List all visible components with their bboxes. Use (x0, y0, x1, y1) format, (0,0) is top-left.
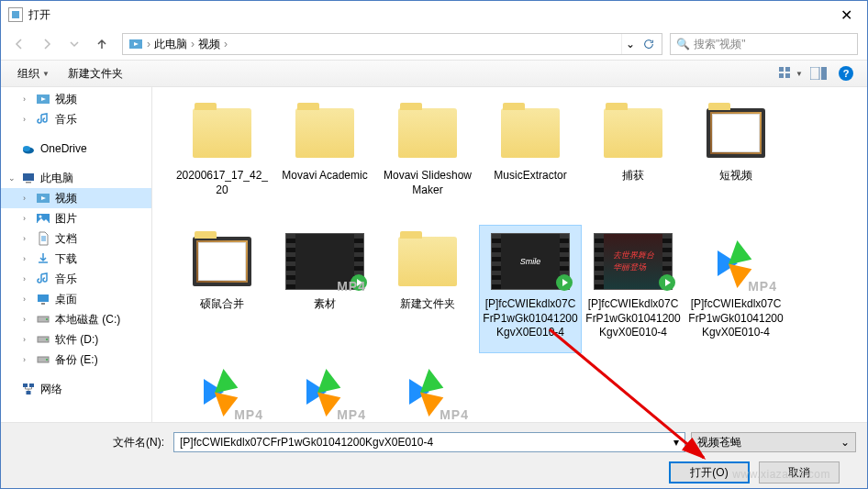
new-folder-button[interactable]: 新建文件夹 (61, 63, 130, 84)
watermark: www.xiazaiba.com (732, 468, 830, 481)
play-badge-icon (659, 274, 675, 291)
file-item[interactable]: MusicExtractor (479, 96, 582, 225)
music-icon (36, 272, 50, 286)
file-item[interactable]: 20200617_17_42_20 (171, 96, 273, 225)
expand-icon[interactable]: › (23, 115, 26, 124)
video-icon (36, 92, 50, 106)
file-item[interactable]: MP4[P]fcCWIEkdlx07CFrP1wGk01041200KgvX0E… (273, 353, 376, 422)
sidebar-item-11[interactable]: ›软件 (D:) (1, 329, 151, 350)
file-item[interactable]: MP4素材 (273, 225, 376, 353)
onedrive-icon (21, 141, 36, 156)
app-icon (8, 7, 23, 22)
filename-input[interactable] (173, 432, 685, 452)
help-button[interactable]: ? (834, 63, 858, 83)
sidebar-item-6[interactable]: ›文档 (1, 228, 151, 249)
breadcrumb-1[interactable]: 视频 (195, 37, 224, 52)
sidebar-item-1[interactable]: ›音乐 (1, 109, 151, 129)
expand-icon[interactable]: › (23, 274, 26, 283)
expand-icon[interactable]: › (23, 234, 26, 243)
svg-rect-6 (810, 67, 819, 80)
preview-pane-button[interactable] (807, 63, 830, 83)
address-dropdown[interactable]: ⌄ (621, 34, 638, 54)
sidebar-item-0[interactable]: ›视频 (1, 89, 151, 109)
organize-menu[interactable]: 组织▼ (10, 63, 57, 84)
file-item[interactable]: Movavi Academic (273, 96, 376, 225)
expand-icon[interactable]: › (23, 214, 26, 223)
forward-button[interactable] (34, 32, 60, 56)
svg-rect-4 (779, 73, 784, 78)
sidebar-item-12[interactable]: ›备份 (E:) (1, 350, 151, 370)
sidebar-item-label: 音乐 (55, 112, 77, 128)
desktop-icon (36, 292, 50, 306)
expand-icon[interactable]: › (23, 254, 26, 263)
view-options-button[interactable]: ▼ (779, 63, 803, 83)
file-area[interactable]: 20200617_17_42_20Movavi AcademicMovavi S… (152, 87, 867, 422)
expand-icon[interactable]: › (23, 335, 26, 344)
video-library-icon (128, 37, 143, 51)
sidebar-item-4[interactable]: ›视频 (1, 188, 151, 208)
file-type-filter[interactable]: 视频苍蝇 ⌄ (691, 432, 856, 452)
file-thumbnail (386, 229, 469, 294)
mp4-label: MP4 (234, 407, 263, 422)
sidebar-item-label: 软件 (D:) (55, 332, 98, 348)
svg-point-23 (46, 339, 48, 340)
sidebar-item-label: OneDrive (40, 142, 87, 155)
mp4-label: MP4 (337, 279, 366, 294)
expand-icon[interactable]: ⌄ (8, 173, 16, 183)
breadcrumb-0[interactable]: 此电脑 (150, 37, 191, 52)
file-thumbnail: MP4 (386, 358, 469, 422)
file-name-label: 20200617_17_42_20 (173, 169, 271, 197)
sidebar-item-2[interactable]: OneDrive (1, 139, 151, 159)
file-item[interactable]: 捕获 (582, 96, 684, 225)
expand-icon[interactable]: › (23, 315, 26, 324)
filename-label: 文件名(N): (12, 435, 168, 450)
sidebar-item-label: 备份 (E:) (55, 352, 98, 368)
sidebar-item-13[interactable]: 网络 (1, 379, 151, 399)
file-item[interactable]: 新建文件夹 (376, 225, 479, 353)
sidebar-item-8[interactable]: ›音乐 (1, 269, 151, 289)
expand-icon[interactable]: › (23, 194, 26, 203)
file-thumbnail (695, 101, 777, 165)
expand-icon[interactable]: › (23, 355, 26, 364)
sidebar-item-7[interactable]: ›下载 (1, 249, 151, 269)
recent-dropdown[interactable] (61, 32, 87, 56)
sidebar-item-10[interactable]: ›本地磁盘 (C:) (1, 309, 151, 329)
back-button[interactable] (6, 32, 32, 56)
svg-rect-27 (29, 383, 34, 387)
file-item[interactable]: Movavi Slideshow Maker (376, 96, 479, 225)
close-button[interactable]: ✕ (825, 1, 867, 28)
svg-point-21 (46, 318, 48, 320)
search-input[interactable]: 🔍 搜索"视频" (670, 33, 858, 55)
address-bar[interactable]: › 此电脑 › 视频 › ⌄ (122, 33, 662, 55)
file-item[interactable]: MP4[P]fcCWIEkdlx07CFrP1wGk01041200KgvX0E… (684, 225, 787, 353)
sidebar-item-3[interactable]: ⌄此电脑 (1, 168, 151, 188)
disk-icon (36, 312, 50, 327)
sidebar-item-9[interactable]: ›桌面 (1, 289, 151, 309)
file-name-label: 硕鼠合并 (200, 297, 244, 312)
file-item[interactable]: 短视频 (684, 96, 787, 225)
svg-rect-5 (785, 73, 790, 78)
svg-point-11 (23, 146, 30, 151)
download-icon (36, 251, 50, 266)
file-item[interactable]: 去世界舞台 华丽登场[P]fcCWIEkdlx07CFrP1wGk0104120… (582, 225, 684, 353)
svg-rect-2 (779, 67, 784, 72)
file-name-label: [P]fcCWIEkdlx07CFrP1wGk01041200KgvX0E010… (584, 297, 682, 340)
refresh-button[interactable] (638, 34, 660, 54)
filename-dropdown[interactable]: ▾ (668, 433, 684, 451)
file-thumbnail: MP4 (181, 358, 263, 422)
svg-rect-19 (41, 303, 45, 305)
file-name-label: 捕获 (622, 169, 644, 183)
pc-icon (21, 171, 36, 185)
expand-icon[interactable]: › (23, 94, 26, 104)
file-item[interactable]: MP420200519_164314 (376, 353, 479, 422)
file-thumbnail (489, 101, 572, 165)
up-button[interactable] (89, 32, 115, 56)
file-item[interactable]: Smile[P]fcCWIEkdlx07CFrP1wGk01041200KgvX… (479, 225, 582, 353)
sidebar-item-5[interactable]: ›图片 (1, 208, 151, 228)
expand-icon[interactable]: › (23, 295, 26, 304)
mp4-label: MP4 (748, 279, 777, 294)
mp4-label: MP4 (440, 407, 469, 422)
file-thumbnail: MP4 (695, 229, 777, 294)
file-item[interactable]: 硕鼠合并 (171, 225, 273, 353)
file-item[interactable]: MP4[P]fcCWIEkdlx07CFrP1wGk01041200KgvX0E… (171, 353, 273, 422)
